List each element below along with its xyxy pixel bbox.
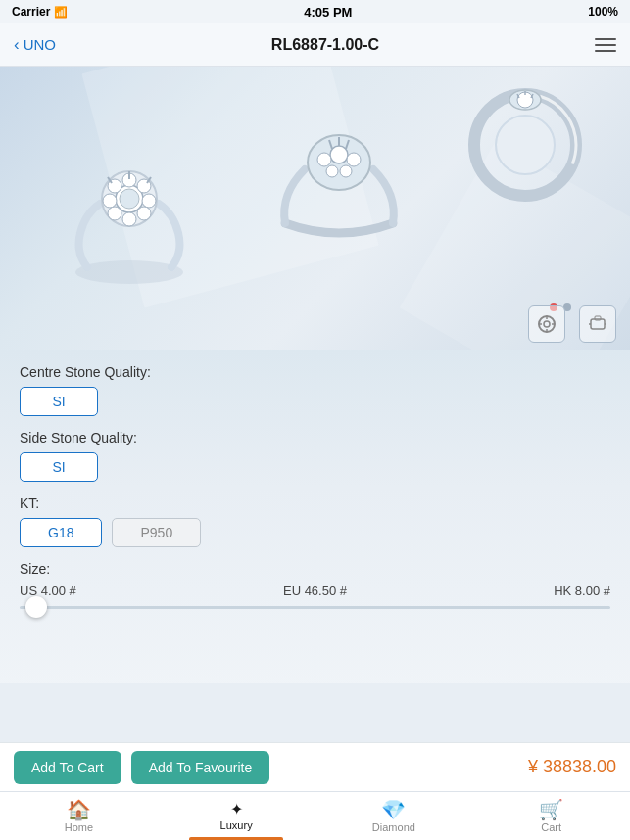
centre-stone-label: Centre Stone Quality: bbox=[20, 364, 610, 380]
kt-g18-button[interactable]: G18 bbox=[20, 518, 102, 547]
back-label: UNO bbox=[24, 36, 56, 53]
ring-view-icon[interactable] bbox=[528, 305, 565, 343]
add-to-cart-button[interactable]: Add To Cart bbox=[14, 751, 121, 784]
nav-bar: ‹ UNO RL6887-1.00-C bbox=[0, 23, 630, 67]
kt-p950-button[interactable]: P950 bbox=[112, 518, 201, 547]
options-content: Centre Stone Quality: SI Side Stone Qual… bbox=[0, 350, 630, 683]
ring-image-front bbox=[46, 135, 213, 302]
ring-image-side bbox=[266, 106, 412, 253]
svg-point-0 bbox=[75, 260, 183, 284]
status-battery: 100% bbox=[588, 5, 618, 19]
cart-icon: 🛒 bbox=[539, 800, 563, 819]
action-bar: Add To Cart Add To Favourite ¥ 38838.00 bbox=[0, 742, 630, 791]
size-hk: HK 8.00 # bbox=[554, 583, 610, 598]
svg-point-7 bbox=[142, 194, 156, 208]
svg-point-8 bbox=[137, 207, 151, 220]
tab-cart-label: Cart bbox=[541, 821, 561, 833]
svg-point-19 bbox=[326, 165, 338, 177]
side-stone-label: Side Stone Quality: bbox=[20, 430, 610, 445]
menu-line-3 bbox=[595, 50, 616, 52]
size-label: Size: bbox=[20, 561, 610, 577]
svg-point-26 bbox=[496, 116, 555, 174]
tab-diamond-label: Diamond bbox=[372, 821, 415, 833]
centre-stone-options: SI bbox=[20, 387, 610, 416]
tab-diamond[interactable]: 💎 Diamond bbox=[315, 792, 473, 840]
status-time: 4:05 PM bbox=[304, 5, 352, 20]
kt-label: KT: bbox=[20, 495, 610, 511]
menu-line-1 bbox=[595, 38, 616, 40]
size-slider-container bbox=[20, 606, 610, 609]
menu-button[interactable] bbox=[595, 38, 616, 52]
wifi-icon: 📶 bbox=[54, 6, 68, 19]
kt-options: G18 P950 bbox=[20, 518, 610, 547]
ar-view-icon[interactable] bbox=[579, 305, 616, 343]
status-carrier: Carrier 📶 bbox=[12, 5, 68, 19]
page-title: RL6887-1.00-C bbox=[271, 36, 379, 54]
svg-point-10 bbox=[108, 207, 121, 220]
product-options: Centre Stone Quality: SI Side Stone Qual… bbox=[0, 350, 630, 683]
side-stone-si-button[interactable]: SI bbox=[20, 452, 98, 482]
tab-home-label: Home bbox=[65, 821, 93, 833]
tab-bar: 🏠 Home ✦ Luxury 💎 Diamond 🛒 Cart bbox=[0, 791, 630, 840]
svg-point-3 bbox=[120, 189, 139, 209]
diamond-icon: 💎 bbox=[381, 800, 406, 819]
side-stone-options: SI bbox=[20, 452, 610, 482]
size-slider-track[interactable] bbox=[20, 606, 610, 609]
tab-home[interactable]: 🏠 Home bbox=[0, 792, 158, 840]
back-chevron-icon: ‹ bbox=[14, 35, 20, 55]
size-eu: EU 46.50 # bbox=[283, 583, 347, 598]
svg-point-9 bbox=[122, 212, 136, 226]
product-images-area bbox=[0, 67, 630, 350]
svg-point-33 bbox=[544, 321, 550, 327]
centre-stone-si-button[interactable]: SI bbox=[20, 387, 98, 416]
luxury-icon: ✦ bbox=[230, 802, 243, 817]
home-icon: 🏠 bbox=[67, 800, 91, 819]
size-us: US 4.00 # bbox=[20, 583, 76, 598]
view-icons-group bbox=[528, 305, 616, 343]
size-display: US 4.00 # EU 46.50 # HK 8.00 # bbox=[20, 583, 610, 598]
status-bar: Carrier 📶 4:05 PM 100% bbox=[0, 0, 630, 23]
size-slider-thumb[interactable] bbox=[25, 596, 47, 618]
tab-luxury[interactable]: ✦ Luxury bbox=[158, 792, 315, 840]
carrier-text: Carrier bbox=[12, 5, 50, 19]
ring-image-top bbox=[466, 86, 584, 204]
svg-point-18 bbox=[347, 153, 361, 166]
menu-line-2 bbox=[595, 44, 616, 46]
ring-images-container bbox=[0, 76, 630, 302]
svg-point-17 bbox=[317, 153, 331, 166]
svg-point-20 bbox=[340, 165, 352, 177]
tab-cart[interactable]: 🛒 Cart bbox=[472, 792, 630, 840]
tab-luxury-label: Luxury bbox=[220, 819, 253, 831]
add-to-favourite-button[interactable]: Add To Favourite bbox=[131, 751, 270, 784]
back-button[interactable]: ‹ UNO bbox=[14, 35, 56, 55]
price-display: ¥ 38838.00 bbox=[528, 757, 616, 777]
svg-point-11 bbox=[103, 194, 117, 208]
